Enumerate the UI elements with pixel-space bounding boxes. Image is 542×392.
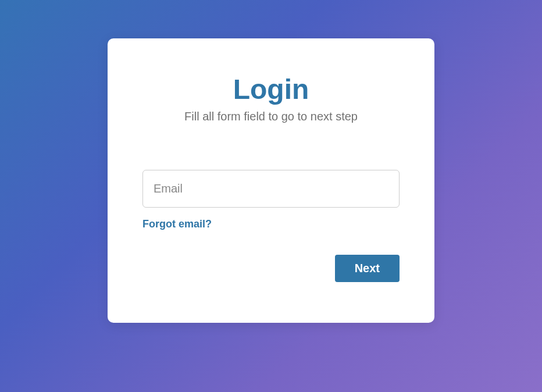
forgot-email-link[interactable]: Forgot email? <box>142 218 212 230</box>
next-button[interactable]: Next <box>335 255 400 282</box>
page-title: Login <box>142 73 400 105</box>
page-subtitle: Fill all form field to go to next step <box>142 110 400 123</box>
button-row: Next <box>142 255 400 282</box>
email-field-wrapper <box>142 170 400 208</box>
email-field[interactable] <box>154 182 388 195</box>
login-card: Login Fill all form field to go to next … <box>108 38 434 323</box>
